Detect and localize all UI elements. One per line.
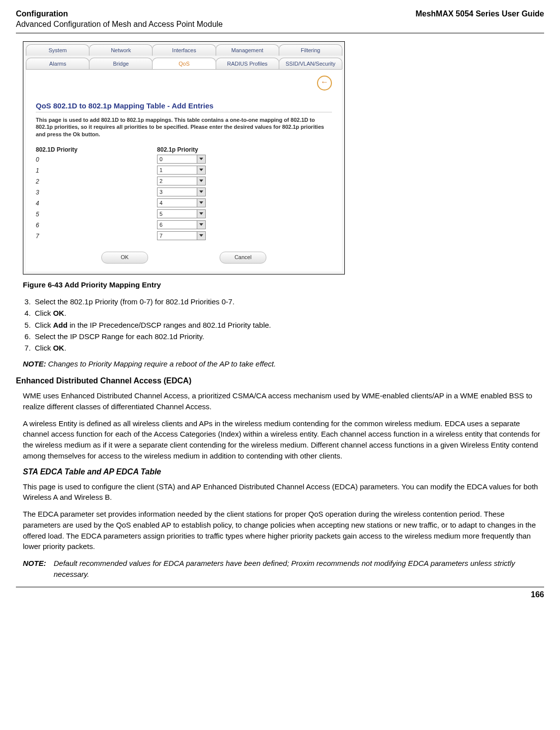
priority-1p-select[interactable]: 7 — [157, 231, 206, 240]
priority-1p-select[interactable]: 6 — [157, 220, 206, 229]
priority-1p-select[interactable]: 3 — [157, 187, 206, 196]
priority-1p-select[interactable]: 5 — [157, 209, 206, 218]
step-text: Click — [35, 321, 53, 329]
chevron-down-icon — [197, 177, 206, 185]
note-2: NOTE: Default recommended values for EDC… — [23, 558, 544, 580]
subheading-sta-ap-edca: STA EDCA Table and AP EDCA Table — [23, 467, 544, 476]
paragraph: The EDCA parameter set provides informat… — [23, 509, 544, 552]
step-text: . — [64, 309, 66, 317]
col-head-1p: 802.1p Priority — [157, 146, 206, 153]
tab-radius-profiles[interactable]: RADIUS Profiles — [216, 58, 279, 69]
priority-1d-value: 0 — [36, 154, 78, 165]
step-5: Click Add in the IP Precedence/DSCP rang… — [33, 319, 544, 331]
note-label: NOTE: — [23, 360, 46, 368]
chevron-down-icon — [197, 220, 206, 229]
paragraph: A wireless Entity is defined as all wire… — [23, 418, 544, 461]
priority-1d-value: 4 — [36, 198, 78, 209]
tab-filtering[interactable]: Filtering — [279, 44, 342, 56]
tab-system[interactable]: System — [26, 44, 89, 56]
section-description: This page is used to add 802.1D to 802.1… — [36, 116, 332, 139]
step-bold: Add — [53, 321, 68, 329]
svg-marker-6 — [199, 223, 203, 226]
svg-marker-7 — [199, 234, 203, 237]
chevron-down-icon — [197, 166, 206, 175]
tab-management[interactable]: Management — [216, 44, 279, 56]
section-title: QoS 802.1D to 802.1p Mapping Table - Add… — [36, 91, 332, 111]
back-button[interactable]: ← — [317, 76, 332, 91]
heading-edca: Enhanced Distributed Channel Access (EDC… — [16, 376, 544, 385]
svg-marker-4 — [199, 201, 203, 204]
step-text: in the IP Precedence/DSCP ranges and 802… — [68, 321, 271, 329]
note-text: Changes to Priority Mapping require a re… — [48, 360, 276, 368]
step-text: Click — [35, 309, 53, 317]
footer-rule — [16, 587, 544, 587]
note-text: Default recommended values for EDCA para… — [54, 558, 544, 580]
select-value: 6 — [157, 220, 197, 229]
col-head-1d: 802.1D Priority — [36, 146, 78, 153]
tab-qos[interactable]: QoS — [152, 58, 216, 69]
header-rule — [16, 33, 544, 33]
chevron-down-icon — [197, 231, 206, 240]
page-subtitle: Advanced Configuration of Mesh and Acces… — [16, 19, 223, 30]
step-3: Select the 802.1p Priority (from 0-7) fo… — [33, 296, 544, 307]
svg-marker-3 — [199, 190, 203, 193]
select-value: 7 — [157, 231, 197, 240]
step-text: . — [64, 344, 66, 352]
figure-caption: Figure 6-43 Add Priority Mapping Entry — [23, 280, 544, 289]
guide-title: MeshMAX 5054 Series User Guide — [415, 9, 544, 30]
select-value: 4 — [157, 198, 197, 207]
tab-interfaces[interactable]: Interfaces — [152, 44, 216, 56]
chevron-down-icon — [197, 198, 206, 207]
paragraph: WME uses Enhanced Distributed Channel Ac… — [23, 390, 544, 412]
priority-1p-select[interactable]: 2 — [157, 177, 206, 185]
chevron-down-icon — [197, 155, 206, 164]
select-value: 1 — [157, 166, 197, 175]
cancel-button[interactable]: Cancel — [220, 252, 266, 264]
svg-marker-2 — [199, 180, 203, 182]
priority-1d-value: 5 — [36, 209, 78, 220]
select-value: 2 — [157, 177, 197, 185]
section-underline — [36, 112, 332, 112]
tab-network[interactable]: Network — [89, 44, 153, 56]
select-value: 0 — [157, 155, 197, 164]
ok-button[interactable]: OK — [101, 252, 148, 264]
priority-1d-value: 6 — [36, 220, 78, 231]
arrow-left-icon: ← — [320, 78, 328, 86]
priority-1d-value: 3 — [36, 187, 78, 198]
chevron-down-icon — [197, 187, 206, 196]
step-4: Click OK. — [33, 307, 544, 319]
step-bold: OK — [53, 344, 65, 352]
embedded-screenshot: System Network Interfaces Management Fil… — [23, 41, 345, 275]
chevron-down-icon — [197, 209, 206, 218]
svg-marker-0 — [199, 158, 203, 160]
paragraph: This page is used to configure the clien… — [23, 481, 544, 503]
page-title: Configuration — [16, 9, 223, 19]
priority-1p-select[interactable]: 0 — [157, 155, 206, 164]
priority-1d-value: 7 — [36, 231, 78, 242]
step-6: Select the IP DSCP Range for each 802.1d… — [33, 331, 544, 342]
step-text: Click — [35, 344, 53, 352]
note-label: NOTE: — [23, 558, 54, 580]
select-value: 5 — [157, 209, 197, 218]
tab-bridge[interactable]: Bridge — [89, 58, 153, 69]
priority-1d-value: 1 — [36, 165, 78, 176]
tab-ssid-vlan-security[interactable]: SSID/VLAN/Security — [279, 58, 342, 69]
svg-marker-1 — [199, 169, 203, 171]
select-value: 3 — [157, 187, 197, 196]
step-7: Click OK. — [33, 342, 544, 354]
step-bold: OK — [53, 309, 65, 317]
priority-1p-select[interactable]: 4 — [157, 198, 206, 207]
svg-marker-5 — [199, 212, 203, 215]
tab-alarms[interactable]: Alarms — [26, 58, 89, 69]
page-number: 166 — [16, 590, 544, 606]
note-1: NOTE: Changes to Priority Mapping requir… — [23, 359, 544, 369]
priority-1d-value: 2 — [36, 176, 78, 187]
steps-list: Select the 802.1p Priority (from 0-7) fo… — [23, 296, 544, 354]
priority-1p-select[interactable]: 1 — [157, 166, 206, 175]
